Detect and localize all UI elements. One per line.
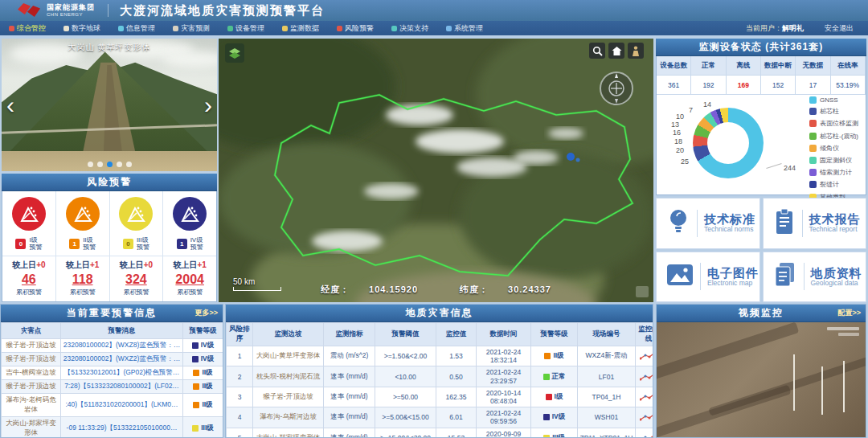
nav-item-7[interactable]: 风险预警 bbox=[328, 21, 383, 35]
hazard-table: 风险排序监测边坡监测指标预警阈值监控值数据时间预警等级现场编号监控曲线 1大岗山… bbox=[226, 322, 653, 438]
hazard-row[interactable]: 4瀑布沟-乌斯河边坡速率 (mm/d)>=5.00&<15.006.012021… bbox=[227, 407, 654, 428]
warning-col-header: 预警等级 bbox=[183, 323, 223, 339]
hazard-row[interactable]: 3猴子岩-开顶边坡速率 (mm/d)>=50.00162.352020-10-1… bbox=[227, 387, 654, 407]
quick-link-2[interactable]: 技术报告Technical report bbox=[763, 198, 867, 249]
dashboard-root: 国家能源集团 CHN ENERGY 大渡河流域地质灾害预测预警平台 综合管控数字… bbox=[0, 0, 868, 438]
legend-item-6[interactable]: 固定测斜仪 bbox=[809, 156, 858, 165]
carousel-dot-5[interactable] bbox=[126, 162, 132, 167]
device-value: 152 bbox=[761, 76, 796, 95]
hazard-indicator: 速率 (mm/d) bbox=[324, 428, 375, 438]
device-col-header: 设备总数 bbox=[657, 56, 691, 76]
hazard-level-badge: I级 bbox=[546, 392, 563, 402]
hazard-row[interactable]: 1大岗山-黄草坪变形体震动 (m/s^2)>=1.50&<2.001.53202… bbox=[227, 346, 654, 366]
warning-message[interactable]: 232080100002】(WXZ2)蓝色预警：… bbox=[61, 353, 183, 366]
nav-item-5[interactable]: 设备管理 bbox=[219, 21, 273, 35]
carousel-caption: 大岗山 黄草坪变形体 bbox=[2, 42, 217, 53]
chart-legend: GNSS桩芯柱表面位移监测桩芯柱-(震动)倾角仪固定测斜仪锚索测力计裂缝计其他类… bbox=[809, 96, 858, 202]
warning-row[interactable]: 瀑布沟-老柯码危岩体:40)【5118231020200001】(LKM0…II… bbox=[2, 394, 223, 417]
warning-more-link[interactable]: 更多>> bbox=[194, 305, 218, 321]
warning-message[interactable]: 7:28)【5133232080100002】(LF02… bbox=[61, 380, 183, 394]
carousel-dot-2[interactable] bbox=[97, 162, 103, 167]
nav-item-label: 数字地球 bbox=[72, 23, 100, 34]
hazard-threshold: >=50.00 bbox=[375, 387, 436, 407]
legend-item-2[interactable]: 桩芯柱 bbox=[809, 107, 858, 116]
map-search-button[interactable] bbox=[589, 43, 605, 59]
latitude-label: 纬度： bbox=[460, 284, 489, 294]
warning-row[interactable]: 大岗山-郑家坪变形体-09 11:33:29)【513322105010000…… bbox=[2, 417, 223, 438]
hazard-indicator: 速率 (mm/d) bbox=[324, 387, 375, 407]
nav-item-4[interactable]: 灾害预测 bbox=[164, 21, 219, 35]
latitude-value: 30.24337 bbox=[508, 284, 551, 294]
layers-button[interactable] bbox=[225, 43, 244, 63]
nav-item-9[interactable]: 系统管理 bbox=[437, 21, 492, 35]
warning-message[interactable]: :40)【5118231020200001】(LKM0… bbox=[61, 394, 183, 417]
warning-message[interactable]: 【513323012001】(GP02)橙色预警… bbox=[61, 366, 183, 380]
level-color-square bbox=[192, 425, 199, 432]
nav-item-2[interactable]: 数字地球 bbox=[55, 21, 109, 35]
warning-level-badge: II级 bbox=[193, 368, 212, 378]
warning-level-badge: III级 bbox=[192, 424, 214, 433]
map-view[interactable]: 50 km 经度：104.15920 纬度：30.24337 bbox=[219, 39, 653, 302]
hazard-site-code: LF01 bbox=[578, 366, 636, 387]
carousel-prev-button[interactable]: ‹ bbox=[3, 88, 18, 122]
warning-row[interactable]: 吉牛-横阀室边坡【513323012001】(GP02)橙色预警…II级 bbox=[2, 366, 223, 380]
warning-row[interactable]: 猴子岩-开顶边坡232080100002】(WXZ2)蓝色预警：…IV级 bbox=[2, 353, 223, 366]
nav-item-6[interactable]: 监测数据 bbox=[273, 21, 328, 35]
warning-message[interactable]: -09 11:33:29)【513322105010000… bbox=[61, 417, 183, 438]
longitude-value: 104.15920 bbox=[369, 284, 418, 294]
map-pegman-button[interactable] bbox=[628, 43, 644, 59]
risk-card-level-2[interactable]: 1II级预警较上日+1118累积预警 bbox=[56, 191, 110, 301]
quick-link-3[interactable]: 电子图件Electronic map bbox=[656, 252, 760, 303]
hazard-row[interactable]: 2枕头坝-税村沟泥石流速率 (mm/d)<10.000.502021-02-24… bbox=[227, 366, 654, 387]
hazard-row[interactable]: 5大岗山-郑家坪变形体速率 (mm/d)>=15.00&<30.0015.532… bbox=[227, 428, 654, 438]
carousel-dot-1[interactable] bbox=[88, 162, 93, 167]
logout-button[interactable]: 安全退出 bbox=[825, 23, 854, 34]
warning-site: 猴子岩-开顶边坡 bbox=[2, 339, 61, 353]
risk-level-label: IV级预警 bbox=[190, 236, 203, 251]
donut-value-label: 244 bbox=[784, 164, 796, 172]
legend-item-1[interactable]: GNSS bbox=[809, 96, 858, 104]
carousel-dot-4[interactable] bbox=[117, 162, 122, 167]
legend-item-4[interactable]: 桩芯柱-(震动) bbox=[809, 132, 858, 141]
monitoring-curve-icon[interactable] bbox=[636, 387, 654, 407]
warning-message[interactable]: 232080100002】(WXZ8)蓝色预警：… bbox=[61, 339, 183, 353]
legend-swatch bbox=[809, 120, 817, 127]
legend-item-8[interactable]: 裂缝计 bbox=[809, 180, 858, 189]
legend-item-7[interactable]: 锚索测力计 bbox=[809, 168, 858, 177]
risk-card-level-3[interactable]: 0III级预警较上日+0324累积预警 bbox=[110, 191, 164, 301]
device-col-header: 在线率 bbox=[831, 56, 866, 76]
nav-item-8[interactable]: 决策支持 bbox=[383, 21, 437, 35]
risk-card-level-4[interactable]: 1IV级预警较上日+12004累积预警 bbox=[163, 191, 216, 301]
monitoring-curve-icon[interactable] bbox=[636, 428, 654, 438]
nav-item-1[interactable]: 综合管控 bbox=[0, 21, 55, 35]
map-provider-logo bbox=[636, 286, 649, 297]
hazard-col-header: 监控曲线 bbox=[636, 323, 654, 346]
legend-item-5[interactable]: 倾角仪 bbox=[809, 144, 858, 153]
hazard-slope: 大岗山-郑家坪变形体 bbox=[253, 428, 324, 438]
level-color-square bbox=[543, 435, 550, 438]
video-feed[interactable] bbox=[657, 322, 866, 438]
warning-level-badge: IV级 bbox=[192, 341, 215, 350]
monitoring-curve-icon[interactable] bbox=[636, 346, 654, 366]
nav-item-3[interactable]: 信息管理 bbox=[109, 21, 164, 35]
device-type-chart[interactable]: GNSS桩芯柱表面位移监测桩芯柱-(震动)倾角仪固定测斜仪锚索测力计裂缝计其他类… bbox=[657, 95, 866, 194]
hazard-indicator: 速率 (mm/d) bbox=[324, 407, 375, 428]
warning-row[interactable]: 猴子岩-开顶边坡7:28)【5133232080100002】(LF02…II级 bbox=[2, 380, 223, 394]
hazard-threshold: <10.00 bbox=[375, 366, 436, 387]
warning-row[interactable]: 猴子岩-开顶边坡232080100002】(WXZ8)蓝色预警：…IV级 bbox=[2, 339, 223, 353]
carousel-next-button[interactable]: › bbox=[201, 88, 215, 122]
monitoring-curve-icon[interactable] bbox=[636, 407, 654, 428]
risk-card-level-1[interactable]: 0I级预警较上日+046累积预警 bbox=[2, 191, 56, 301]
map-home-button[interactable] bbox=[608, 43, 624, 59]
legend-item-3[interactable]: 表面位移监测 bbox=[809, 119, 858, 128]
bulb-icon bbox=[666, 208, 690, 239]
hazard-col-header: 现场编号 bbox=[578, 323, 636, 346]
compass-control[interactable] bbox=[599, 71, 634, 109]
carousel-dot-3[interactable] bbox=[107, 162, 113, 167]
legend-label: 表面位移监测 bbox=[820, 119, 858, 128]
quick-link-1[interactable]: 技术标准Technical norms bbox=[656, 198, 760, 249]
quick-link-4[interactable]: 地质资料Geological data bbox=[763, 252, 867, 303]
monitoring-curve-icon[interactable] bbox=[636, 366, 654, 387]
video-config-link[interactable]: 配置>> bbox=[837, 305, 861, 321]
donut-value-label: 25 bbox=[681, 158, 689, 166]
